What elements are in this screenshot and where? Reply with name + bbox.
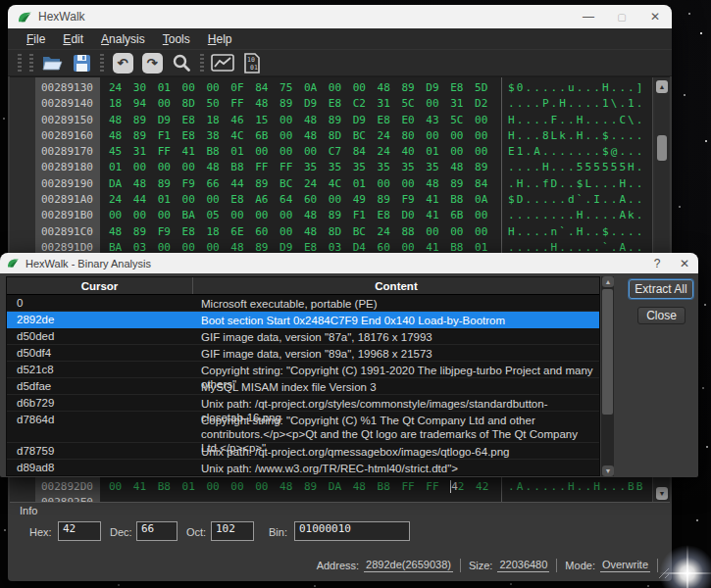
hex-field-input[interactable]: 42: [58, 521, 101, 541]
mode-status-value: Overwrite: [600, 559, 650, 572]
toolbar-grip[interactable]: [18, 54, 22, 72]
undo-button[interactable]: ↶: [110, 51, 135, 74]
dec-field-input[interactable]: 66: [136, 521, 178, 541]
dialog-help-button[interactable]: ?: [643, 253, 671, 273]
column-header-content[interactable]: Content: [193, 277, 599, 294]
address-cell: 002891B0: [35, 208, 100, 223]
redo-button[interactable]: ↷: [139, 51, 165, 74]
hex-bytes-row[interactable]: 45 31 FF 41 B8 01 00 00 00 C7 84 24 40 0…: [100, 144, 501, 160]
minimize-button[interactable]: —: [572, 5, 605, 28]
ascii-row[interactable]: $D.....d`.I..A..: [502, 192, 652, 208]
address-status-value: 2892de(2659038): [364, 559, 453, 572]
toolbar-grip[interactable]: [200, 54, 204, 72]
address-cell: 00289130: [35, 80, 100, 96]
hex-bytes-row-partial[interactable]: [100, 495, 501, 502]
ascii-row[interactable]: ....H...555555H.: [502, 160, 652, 175]
ascii-row[interactable]: E1.A.......$@...: [502, 144, 652, 160]
ascii-row[interactable]: H...8Lk.H..$....: [502, 128, 652, 144]
info-panel-title: Info: [20, 505, 37, 516]
search-icon: [172, 53, 191, 73]
save-button[interactable]: [69, 51, 94, 74]
address-cell-partial: 002892E0: [35, 495, 100, 502]
table-row[interactable]: d89ad8 Unix path: /www.w3.org/TR/REC-htm…: [7, 460, 599, 476]
hex-bytes-row[interactable]: DA 48 89 F9 66 44 89 BC 24 4C 01 00 00 4…: [100, 176, 501, 192]
toolbar-grip[interactable]: [29, 54, 33, 72]
menu-item-file[interactable]: File: [18, 30, 54, 48]
dialog-close-button[interactable]: ✕: [671, 253, 698, 273]
ascii-row[interactable]: .H..fD..$L...H..: [502, 176, 652, 192]
title-bar[interactable]: HexWalk — ▢ ✕: [8, 5, 672, 28]
binary-view-button[interactable]: 10 01: [239, 51, 265, 74]
hex-bytes-row[interactable]: 00 00 00 BA 05 00 00 00 48 89 F1 E8 D0 4…: [100, 208, 501, 223]
open-file-button[interactable]: [39, 51, 65, 74]
table-scrollbar[interactable]: ▲ ▼: [601, 276, 614, 476]
bin-field-input[interactable]: 01000010: [294, 521, 410, 541]
address-cell: 00289190: [35, 176, 100, 192]
ascii-row[interactable]: .A.....H..H...BB: [502, 479, 652, 495]
size-status-value: 22036480: [497, 559, 549, 572]
menu-item-tools[interactable]: Tools: [154, 30, 199, 48]
extract-all-button[interactable]: Extract All: [629, 279, 693, 299]
binary-icon: 10 01: [242, 53, 262, 74]
address-cell: 00289170: [35, 144, 100, 160]
table-row-selected[interactable]: 2892de Boot section Start 0x2484C7F9 End…: [7, 312, 599, 328]
menu-bar: File Edit Analysis Tools Help: [8, 28, 672, 49]
ascii-row[interactable]: H....n`.H..$....: [502, 224, 652, 240]
hex-bytes-row[interactable]: 48 89 F9 E8 18 6E 60 00 48 8D BC 24 88 0…: [100, 224, 501, 240]
hex-bytes-row[interactable]: 24 44 01 00 00 E8 A6 64 60 00 49 89 F9 4…: [100, 192, 501, 208]
menu-item-edit[interactable]: Edit: [54, 30, 92, 48]
scroll-thumb[interactable]: [657, 135, 667, 161]
ascii-row[interactable]: H....F..H....C\.: [502, 113, 652, 128]
hex-bytes-row[interactable]: 24 30 01 00 00 0F 84 75 0A 00 00 48 89 D…: [100, 80, 501, 96]
table-row[interactable]: d5dfae MySQL MISAM index file Version 3: [7, 378, 599, 395]
maximize-button[interactable]: ▢: [605, 5, 638, 28]
hex-field-label: Hex:: [29, 526, 52, 538]
oct-field-label: Oct:: [186, 526, 206, 538]
table-row[interactable]: d50ded GIF image data, version "87a", 18…: [7, 328, 599, 345]
undo-icon: ↶: [113, 53, 133, 74]
redo-icon: ↷: [142, 53, 163, 74]
hex-bytes-row-with-cursor[interactable]: 00 41 B8 01 00 00 00 48 89 DA 48 B8 FF F…: [100, 479, 501, 495]
table-row[interactable]: d7864d Copyright string: "Copyright (C) …: [7, 412, 599, 443]
ascii-row[interactable]: ........H....Ak.: [502, 208, 652, 223]
table-header: Cursor Content: [7, 277, 599, 295]
status-bar: Address: 2892de(2659038) Size: 22036480 …: [8, 556, 672, 575]
table-row[interactable]: d78759 Unix path: /qt-project.org/qmessa…: [7, 443, 599, 460]
address-cell: 002891C0: [35, 224, 100, 240]
column-header-cursor[interactable]: Cursor: [7, 277, 193, 294]
menu-item-analysis[interactable]: Analysis: [92, 30, 154, 48]
ascii-row[interactable]: ....P.H....1\.1.: [502, 96, 652, 112]
search-button[interactable]: [169, 51, 194, 74]
address-cell: 00289160: [35, 128, 100, 144]
close-button[interactable]: ✕: [638, 5, 672, 28]
scroll-up-button[interactable]: ▲: [602, 276, 614, 287]
address-cell: 00289180: [35, 160, 100, 175]
hex-bytes-row[interactable]: 18 94 00 8D 50 FF 48 89 D9 E8 C2 31 5C 0…: [100, 96, 501, 112]
scroll-up-button[interactable]: ▲: [656, 80, 668, 93]
toolbar: ↶ ↷ 10 01: [8, 49, 672, 76]
chart-icon: [211, 54, 234, 72]
dialog-title-bar[interactable]: HexWalk - Binary Analysis ? ✕: [0, 253, 698, 273]
window-title: HexWalk: [38, 10, 85, 24]
close-dialog-button[interactable]: Close: [637, 307, 686, 324]
chart-button[interactable]: [210, 51, 235, 74]
scroll-down-button[interactable]: ▼: [656, 487, 668, 500]
toolbar-grip[interactable]: [100, 54, 104, 72]
table-row[interactable]: d521c8 Copyright string: "Copyright (C) …: [7, 362, 599, 378]
analysis-table: Cursor Content 0 Microsoft executable, p…: [6, 276, 600, 476]
hex-cursor[interactable]: 4: [450, 480, 458, 493]
table-row[interactable]: d6b729 Unix path: /qt-project.org/styles…: [7, 395, 599, 412]
scroll-down-button[interactable]: ▼: [602, 466, 614, 476]
size-status: Size: 22036480: [469, 559, 557, 572]
hex-bytes-row[interactable]: 01 00 00 00 48 B8 FF FF 35 35 35 35 35 3…: [100, 160, 501, 175]
address-cell: 00289140: [35, 96, 100, 112]
table-row[interactable]: 0 Microsoft executable, portable (PE): [7, 295, 599, 312]
table-row[interactable]: d50df4 GIF image data, version "89a", 19…: [7, 345, 599, 362]
ascii-row[interactable]: $0.....u...H...]: [502, 80, 652, 96]
hex-bytes-row[interactable]: 48 89 D9 E8 18 46 15 00 48 89 D9 E8 E0 4…: [100, 113, 501, 128]
hex-bytes-row[interactable]: 48 89 F1 E8 38 4C 6B 00 48 8D BC 24 80 0…: [100, 128, 501, 144]
menu-item-help[interactable]: Help: [199, 30, 241, 48]
oct-field-input[interactable]: 102: [211, 521, 254, 541]
scroll-thumb[interactable]: [602, 289, 613, 415]
mode-status: Mode: Overwrite: [565, 559, 658, 572]
